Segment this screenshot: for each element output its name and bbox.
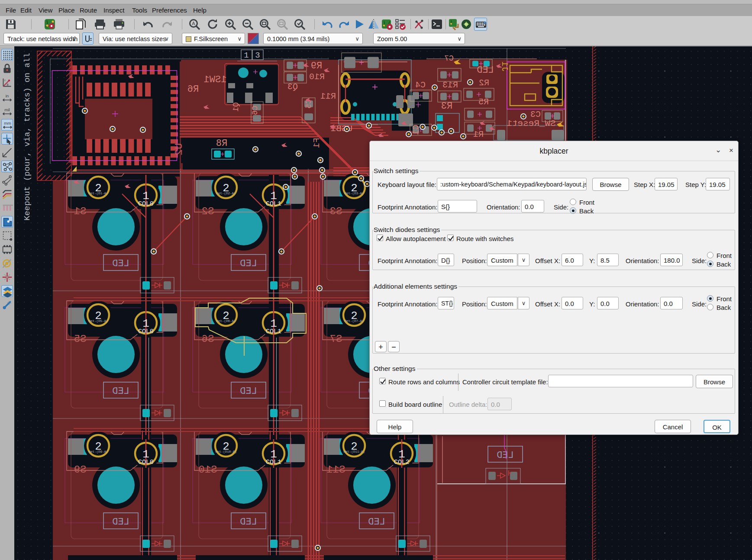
svg-text:Net-(D11-A): Net-(D11-A) — [343, 450, 365, 454]
svg-text:C1: C1 — [411, 125, 421, 135]
svg-text:COL2: COL2 — [394, 459, 410, 466]
svg-text:C6: C6 — [251, 106, 259, 115]
svg-text:S5: S5 — [74, 333, 87, 345]
svg-text:Q1: Q1 — [232, 102, 240, 112]
svg-text:R9: R9 — [311, 61, 322, 71]
svg-text:Net-(D10-A): Net-(D10-A) — [215, 450, 237, 454]
svg-text:S9: S9 — [74, 464, 87, 476]
svg-text:R5: R5 — [478, 97, 489, 107]
svg-text:LED: LED — [240, 386, 257, 397]
svg-text:Net-(D3-A): Net-(D3-A) — [344, 192, 364, 195]
svg-text:LED: LED — [112, 517, 129, 528]
svg-text:1: 1 — [244, 51, 249, 60]
svg-text:Net-(D9-A): Net-(D9-A) — [88, 450, 108, 454]
svg-text:LED: LED — [112, 386, 129, 397]
svg-text:1SW1: 1SW1 — [204, 74, 227, 85]
svg-text:R2: R2 — [479, 78, 489, 88]
svg-text:S1: S1 — [74, 206, 87, 217]
svg-text:R13: R13 — [442, 80, 458, 90]
svg-text:R11: R11 — [320, 91, 336, 101]
svg-text:3: 3 — [255, 51, 260, 60]
svg-text:Q3: Q3 — [287, 82, 298, 92]
svg-text:r: r — [4, 78, 6, 82]
svg-text:LED: LED — [477, 65, 494, 76]
svg-text:Net-(D7-A): Net-(D7-A) — [344, 319, 364, 323]
svg-text:C4: C4 — [415, 80, 426, 90]
svg-text:COL0: COL0 — [138, 328, 154, 335]
svg-text:θ: θ — [7, 83, 9, 87]
svg-text:J1: J1 — [500, 61, 510, 72]
svg-text:mm: mm — [4, 121, 11, 126]
svg-text:COL0: COL0 — [138, 200, 154, 208]
svg-text:F1: F1 — [312, 138, 322, 148]
svg-text:R8: R8 — [216, 138, 227, 149]
svg-text:Net-(D1-A): Net-(D1-A) — [88, 192, 108, 195]
svg-text:COL1: COL1 — [266, 200, 281, 208]
svg-text:COL1: COL1 — [266, 328, 281, 335]
svg-text:S2: S2 — [202, 206, 214, 217]
svg-text:R1: R1 — [473, 129, 484, 139]
svg-text:S3: S3 — [330, 206, 342, 217]
svg-text:Net-(D2-A): Net-(D2-A) — [216, 192, 236, 195]
svg-text:R10: R10 — [309, 72, 325, 82]
svg-text:R6: R6 — [187, 84, 199, 95]
svg-text:LED: LED — [240, 258, 257, 269]
svg-text:LED: LED — [240, 517, 257, 528]
svg-text:LED: LED — [112, 258, 129, 269]
svg-text:C7: C7 — [444, 54, 454, 63]
svg-text:S7: S7 — [330, 333, 342, 345]
svg-text:S6: S6 — [202, 333, 214, 345]
svg-text:C3: C3 — [530, 109, 541, 119]
svg-text:S10: S10 — [198, 464, 217, 476]
svg-text:S11: S11 — [326, 464, 345, 476]
svg-text:COL0: COL0 — [138, 459, 154, 466]
svg-text:A: A — [192, 21, 195, 26]
svg-text:LED: LED — [497, 450, 514, 461]
svg-text:Net-(D5-A): Net-(D5-A) — [88, 319, 108, 323]
svg-text:Keepout (pour, via, tracks) on: Keepout (pour, via, tracks) on all — [23, 53, 32, 221]
svg-text:mil: mil — [4, 107, 10, 112]
svg-text:R3: R3 — [441, 101, 452, 112]
svg-text:LED: LED — [368, 517, 385, 528]
svg-text:COL1: COL1 — [266, 459, 281, 466]
svg-text:SW_Reset1: SW_Reset1 — [507, 119, 555, 129]
svg-text:U2: U2 — [173, 143, 185, 156]
svg-text:Net-(D6-A): Net-(D6-A) — [216, 319, 236, 323]
svg-text:in: in — [6, 93, 9, 98]
